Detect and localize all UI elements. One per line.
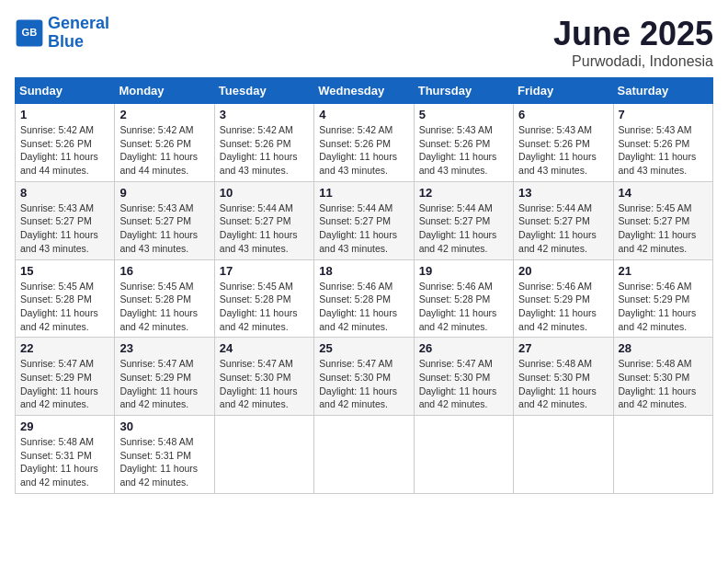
day-number: 15 xyxy=(20,264,109,278)
sunrise-label: Sunrise: 5:42 AM xyxy=(119,124,193,135)
daylight-minutes: and 44 minutes. xyxy=(20,165,89,176)
sunset-label: Sunset: 5:27 PM xyxy=(319,215,391,226)
day-number: 28 xyxy=(619,341,708,355)
daylight-minutes: and 42 minutes. xyxy=(220,398,289,409)
day-info: Sunrise: 5:47 AM Sunset: 5:30 PM Dayligh… xyxy=(319,357,408,411)
calendar-day-cell: 19 Sunrise: 5:46 AM Sunset: 5:28 PM Dayl… xyxy=(414,259,513,338)
daylight-label: Daylight: 11 hours xyxy=(419,229,497,240)
day-number: 29 xyxy=(20,419,109,433)
day-info: Sunrise: 5:45 AM Sunset: 5:27 PM Dayligh… xyxy=(619,201,708,256)
calendar-day-cell: 6 Sunrise: 5:43 AM Sunset: 5:26 PM Dayli… xyxy=(514,104,613,182)
weekday-header-cell: Saturday xyxy=(613,78,712,104)
daylight-label: Daylight: 11 hours xyxy=(119,151,198,162)
sunset-label: Sunset: 5:27 PM xyxy=(619,215,690,226)
calendar-body: 1 Sunrise: 5:42 AM Sunset: 5:26 PM Dayli… xyxy=(16,104,713,494)
daylight-label: Daylight: 11 hours xyxy=(220,307,298,318)
sunrise-label: Sunrise: 5:46 AM xyxy=(518,281,592,292)
daylight-minutes: and 42 minutes. xyxy=(619,321,688,332)
day-info: Sunrise: 5:46 AM Sunset: 5:29 PM Dayligh… xyxy=(619,280,708,334)
daylight-minutes: and 42 minutes. xyxy=(319,398,388,409)
day-info: Sunrise: 5:43 AM Sunset: 5:27 PM Dayligh… xyxy=(20,201,109,256)
day-info: Sunrise: 5:47 AM Sunset: 5:30 PM Dayligh… xyxy=(220,357,309,411)
daylight-label: Daylight: 11 hours xyxy=(119,463,198,474)
daylight-minutes: and 42 minutes. xyxy=(518,398,587,409)
daylight-label: Daylight: 11 hours xyxy=(20,463,98,474)
location-title: Purwodadi, Indonesia xyxy=(553,53,713,70)
weekday-header-cell: Monday xyxy=(115,78,214,104)
day-number: 8 xyxy=(20,186,109,200)
daylight-label: Daylight: 11 hours xyxy=(419,385,497,396)
daylight-minutes: and 44 minutes. xyxy=(119,165,188,176)
daylight-label: Daylight: 11 hours xyxy=(619,385,697,396)
calendar-day-cell: 9 Sunrise: 5:43 AM Sunset: 5:27 PM Dayli… xyxy=(115,181,214,259)
daylight-label: Daylight: 11 hours xyxy=(20,229,98,240)
day-number: 19 xyxy=(419,264,508,278)
day-number: 5 xyxy=(419,108,508,121)
day-number: 22 xyxy=(20,341,109,355)
day-number: 10 xyxy=(220,186,309,200)
sunrise-label: Sunrise: 5:45 AM xyxy=(619,202,692,213)
day-info: Sunrise: 5:44 AM Sunset: 5:27 PM Dayligh… xyxy=(518,201,608,256)
calendar-week-row: 22 Sunrise: 5:47 AM Sunset: 5:29 PM Dayl… xyxy=(16,338,713,416)
sunset-label: Sunset: 5:28 PM xyxy=(419,293,491,304)
day-number: 18 xyxy=(319,264,408,278)
month-title: June 2025 xyxy=(553,15,713,53)
sunset-label: Sunset: 5:28 PM xyxy=(20,293,92,304)
calendar-day-cell: 11 Sunrise: 5:44 AM Sunset: 5:27 PM Dayl… xyxy=(314,181,414,259)
sunset-label: Sunset: 5:27 PM xyxy=(419,215,491,226)
day-info: Sunrise: 5:44 AM Sunset: 5:27 PM Dayligh… xyxy=(319,201,408,256)
day-number: 1 xyxy=(20,108,109,121)
daylight-minutes: and 43 minutes. xyxy=(220,165,289,176)
sunrise-label: Sunrise: 5:48 AM xyxy=(619,358,692,369)
daylight-label: Daylight: 11 hours xyxy=(619,307,697,318)
sunset-label: Sunset: 5:29 PM xyxy=(20,372,92,383)
day-number: 13 xyxy=(518,186,608,200)
day-number: 27 xyxy=(518,341,608,355)
calendar-week-row: 8 Sunrise: 5:43 AM Sunset: 5:27 PM Dayli… xyxy=(16,181,713,259)
sunset-label: Sunset: 5:26 PM xyxy=(419,138,491,149)
daylight-label: Daylight: 11 hours xyxy=(20,385,98,396)
calendar-day-cell: 8 Sunrise: 5:43 AM Sunset: 5:27 PM Dayli… xyxy=(16,181,115,259)
day-info: Sunrise: 5:46 AM Sunset: 5:28 PM Dayligh… xyxy=(419,280,508,334)
calendar-day-cell: 22 Sunrise: 5:47 AM Sunset: 5:29 PM Dayl… xyxy=(16,338,115,416)
calendar-day-cell: 15 Sunrise: 5:45 AM Sunset: 5:28 PM Dayl… xyxy=(16,259,115,338)
sunrise-label: Sunrise: 5:46 AM xyxy=(419,281,493,292)
day-number: 3 xyxy=(220,108,309,121)
weekday-header-cell: Sunday xyxy=(16,78,115,104)
calendar-day-cell: 26 Sunrise: 5:47 AM Sunset: 5:30 PM Dayl… xyxy=(414,338,513,416)
day-info: Sunrise: 5:46 AM Sunset: 5:28 PM Dayligh… xyxy=(319,280,408,334)
daylight-label: Daylight: 11 hours xyxy=(220,385,298,396)
calendar-day-cell: 7 Sunrise: 5:43 AM Sunset: 5:26 PM Dayli… xyxy=(613,104,712,182)
daylight-label: Daylight: 11 hours xyxy=(220,229,298,240)
day-info: Sunrise: 5:45 AM Sunset: 5:28 PM Dayligh… xyxy=(220,280,309,334)
day-info: Sunrise: 5:46 AM Sunset: 5:29 PM Dayligh… xyxy=(518,280,608,334)
day-number: 20 xyxy=(518,264,608,278)
daylight-label: Daylight: 11 hours xyxy=(319,385,397,396)
weekday-header-cell: Thursday xyxy=(414,78,513,104)
calendar-week-row: 1 Sunrise: 5:42 AM Sunset: 5:26 PM Dayli… xyxy=(16,104,713,182)
day-info: Sunrise: 5:48 AM Sunset: 5:31 PM Dayligh… xyxy=(20,435,109,489)
sunset-label: Sunset: 5:31 PM xyxy=(20,450,92,461)
daylight-label: Daylight: 11 hours xyxy=(518,307,597,318)
sunrise-label: Sunrise: 5:48 AM xyxy=(518,358,592,369)
daylight-label: Daylight: 11 hours xyxy=(119,385,198,396)
day-number: 4 xyxy=(319,108,408,121)
sunset-label: Sunset: 5:29 PM xyxy=(619,293,690,304)
sunset-label: Sunset: 5:30 PM xyxy=(619,372,690,383)
sunset-label: Sunset: 5:27 PM xyxy=(220,215,291,226)
day-number: 23 xyxy=(119,341,209,355)
sunrise-label: Sunrise: 5:45 AM xyxy=(220,281,293,292)
day-number: 24 xyxy=(220,341,309,355)
daylight-label: Daylight: 11 hours xyxy=(518,385,597,396)
sunset-label: Sunset: 5:30 PM xyxy=(518,372,590,383)
daylight-minutes: and 43 minutes. xyxy=(319,243,388,254)
calendar-day-cell: 5 Sunrise: 5:43 AM Sunset: 5:26 PM Dayli… xyxy=(414,104,513,182)
daylight-label: Daylight: 11 hours xyxy=(518,151,597,162)
calendar-day-cell: 24 Sunrise: 5:47 AM Sunset: 5:30 PM Dayl… xyxy=(214,338,313,416)
sunrise-label: Sunrise: 5:43 AM xyxy=(20,202,94,213)
day-info: Sunrise: 5:48 AM Sunset: 5:31 PM Dayligh… xyxy=(119,435,209,489)
calendar-week-row: 15 Sunrise: 5:45 AM Sunset: 5:28 PM Dayl… xyxy=(16,259,713,338)
sunset-label: Sunset: 5:28 PM xyxy=(220,293,291,304)
calendar-day-cell: 4 Sunrise: 5:42 AM Sunset: 5:26 PM Dayli… xyxy=(314,104,414,182)
daylight-label: Daylight: 11 hours xyxy=(319,229,397,240)
